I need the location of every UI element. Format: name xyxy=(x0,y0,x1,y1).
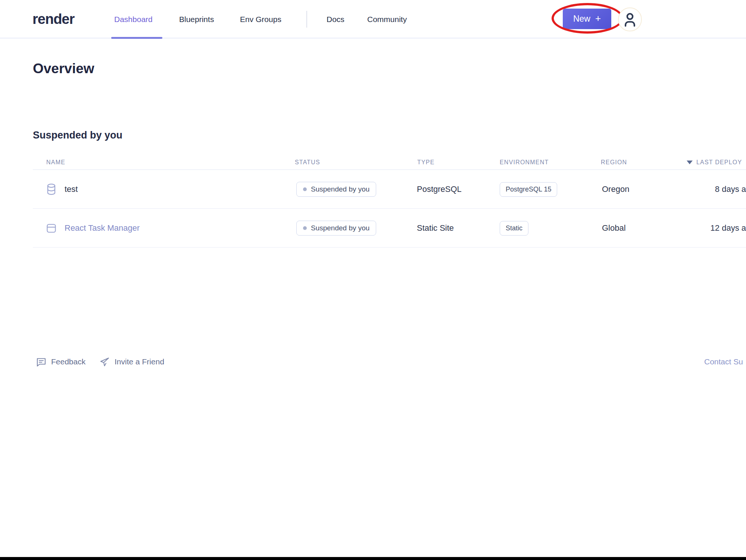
paper-plane-icon xyxy=(99,357,110,367)
service-name-link[interactable]: test xyxy=(65,170,78,209)
services-table: NAME STATUS TYPE ENVIRONMENT REGION LAST… xyxy=(33,155,746,248)
service-name-link[interactable]: React Task Manager xyxy=(65,209,140,248)
top-nav: render Dashboard Blueprints Env Groups D… xyxy=(0,0,746,38)
invite-a-friend-button[interactable]: Invite a Friend xyxy=(99,353,164,370)
bottom-black-bar xyxy=(0,557,746,560)
status-badge: Suspended by you xyxy=(296,221,376,236)
table-header-row: NAME STATUS TYPE ENVIRONMENT REGION LAST… xyxy=(33,155,746,170)
person-icon xyxy=(623,11,637,28)
status-badge: Suspended by you xyxy=(296,182,376,197)
nav-item-dashboard[interactable]: Dashboard xyxy=(114,0,153,38)
environment-cell: Static xyxy=(500,209,528,248)
column-header-type: TYPE xyxy=(417,155,435,170)
nav-divider xyxy=(306,11,307,28)
type-cell: Static Site xyxy=(417,209,454,248)
contact-support-link[interactable]: Contact Su xyxy=(704,353,743,370)
feedback-bubble-icon xyxy=(36,357,47,367)
region-cell: Global xyxy=(602,209,626,248)
status-cell: Suspended by you xyxy=(296,209,376,248)
static-site-icon xyxy=(46,209,56,248)
feedback-button[interactable]: Feedback xyxy=(36,353,85,370)
environment-badge: PostgreSQL 15 xyxy=(500,182,557,197)
new-button[interactable]: New + xyxy=(563,9,611,29)
status-dot-icon xyxy=(303,187,307,191)
plus-icon: + xyxy=(595,13,601,24)
status-dot-icon xyxy=(303,226,307,230)
column-header-name: NAME xyxy=(46,155,65,170)
type-cell: PostgreSQL xyxy=(417,170,462,209)
column-header-status: STATUS xyxy=(295,155,320,170)
sort-descending-icon xyxy=(687,161,693,164)
table-row[interactable]: React Task Manager Suspended by you Stat… xyxy=(33,209,746,248)
render-logo[interactable]: render xyxy=(32,0,74,38)
nav-item-env-groups[interactable]: Env Groups xyxy=(240,0,281,38)
invite-label: Invite a Friend xyxy=(115,357,164,366)
feedback-label: Feedback xyxy=(51,357,85,366)
column-header-last-deploy[interactable]: LAST DEPLOY xyxy=(687,155,742,170)
column-header-region: REGION xyxy=(601,155,627,170)
nav-item-docs[interactable]: Docs xyxy=(327,0,344,38)
environment-badge: Static xyxy=(500,221,528,236)
section-title: Suspended by you xyxy=(33,130,122,141)
new-button-label: New xyxy=(573,14,590,24)
table-row[interactable]: test Suspended by you PostgreSQL Postgre… xyxy=(33,170,746,209)
status-cell: Suspended by you xyxy=(296,170,376,209)
database-icon xyxy=(46,170,56,209)
active-tab-underline xyxy=(111,37,162,39)
column-header-environment: ENVIRONMENT xyxy=(500,155,549,170)
last-deploy-cell: 12 days a xyxy=(649,209,746,248)
region-cell: Oregon xyxy=(602,170,629,209)
nav-item-community[interactable]: Community xyxy=(367,0,407,38)
environment-cell: PostgreSQL 15 xyxy=(500,170,557,209)
last-deploy-cell: 8 days a xyxy=(649,170,746,209)
nav-item-blueprints[interactable]: Blueprints xyxy=(179,0,214,38)
page-title: Overview xyxy=(33,61,94,77)
account-button[interactable] xyxy=(618,7,642,31)
